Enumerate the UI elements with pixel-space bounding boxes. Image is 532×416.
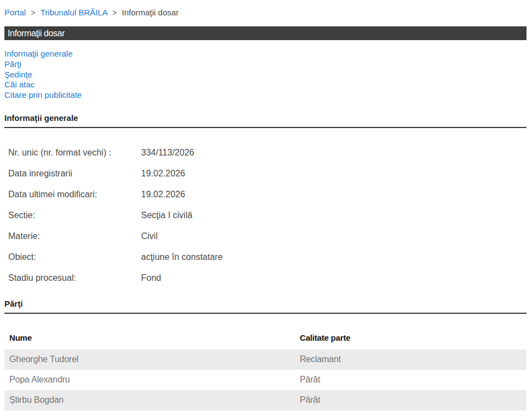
info-label: Stadiu procesual:	[8, 273, 141, 283]
info-row-data-inregistrarii: Data inregistrarii 19.02.2026	[4, 163, 527, 184]
info-label: Nr. unic (nr. format vechi) :	[8, 148, 141, 158]
page: Portal > Tribunalul BRĂILA > Informaţii …	[0, 0, 532, 411]
info-value: Secţia I civilă	[141, 210, 527, 220]
info-label: Data inregistrarii	[8, 169, 141, 179]
nav-link-citare-prin-publicitate[interactable]: Citare prin publicitate	[4, 90, 527, 101]
breadcrumb-separator: >	[113, 8, 117, 17]
table-row: Știrbu Bogdan Pârât	[4, 390, 527, 411]
info-row-sectie: Sectie: Secţia I civilă	[4, 205, 527, 226]
info-label: Data ultimei modificari:	[8, 190, 141, 199]
party-role: Pârât	[300, 375, 527, 385]
nav-link-cai-atac[interactable]: Căi atac	[4, 80, 527, 90]
info-label: Sectie:	[8, 210, 141, 220]
info-row-data-modificari: Data ultimei modificari: 19.02.2026	[4, 184, 527, 205]
party-name: Popa Alexandru	[9, 375, 300, 385]
parties-table-header: Nume Calitate parte	[4, 334, 527, 342]
column-header-calitate-parte: Calitate parte	[300, 334, 527, 342]
nav-link-parti[interactable]: Părţi	[4, 59, 527, 70]
info-value: 19.02.2026	[141, 169, 527, 179]
info-row-stadiu: Stadiu procesual: Fond	[4, 268, 527, 289]
info-value: Fond	[141, 273, 527, 283]
breadcrumb-separator: >	[31, 8, 35, 17]
parties-table: Nume Calitate parte Gheorghe Tudorel Rec…	[4, 334, 527, 411]
info-value: 334/113/2026	[141, 148, 527, 158]
breadcrumb-current: Informaţii dosar	[122, 8, 178, 17]
breadcrumb: Portal > Tribunalul BRĂILA > Informaţii …	[4, 8, 527, 17]
party-name: Știrbu Bogdan	[9, 395, 300, 405]
info-label: Obiect:	[8, 252, 141, 262]
info-label: Materie:	[8, 231, 141, 241]
parties-table-body: Gheorghe Tudorel Reclamant Popa Alexandr…	[4, 350, 527, 411]
info-row-nr-unic: Nr. unic (nr. format vechi) : 334/113/20…	[4, 142, 527, 163]
breadcrumb-link-tribunal[interactable]: Tribunalul BRĂILA	[40, 8, 107, 17]
party-role: Pârât	[300, 395, 527, 405]
page-title-bar: Informaţii dosar	[4, 26, 527, 40]
info-row-materie: Materie: Civil	[4, 226, 527, 247]
nav-link-sedinte[interactable]: Şedinţe	[4, 70, 527, 80]
info-row-obiect: Obiect: acţiune în constatare	[4, 247, 527, 268]
section-nav: Informaţii generale Părţi Şedinţe Căi at…	[4, 49, 527, 101]
table-row: Gheorghe Tudorel Reclamant	[4, 350, 527, 370]
info-value: Civil	[141, 231, 527, 241]
info-value: 19.02.2026	[141, 190, 527, 199]
table-row: Popa Alexandru Pârât	[4, 370, 527, 390]
nav-link-informatii-generale[interactable]: Informaţii generale	[4, 49, 527, 59]
section-heading-parti: Părţi	[4, 299, 527, 314]
section-heading-informatii-generale: Informaţii generale	[4, 114, 527, 128]
breadcrumb-link-portal[interactable]: Portal	[4, 8, 26, 17]
page-title: Informaţii dosar	[8, 29, 65, 38]
party-name: Gheorghe Tudorel	[9, 354, 300, 364]
general-info-list: Nr. unic (nr. format vechi) : 334/113/20…	[4, 142, 527, 289]
party-role: Reclamant	[300, 354, 527, 364]
column-header-nume: Nume	[9, 334, 300, 342]
info-value: acţiune în constatare	[141, 252, 527, 262]
